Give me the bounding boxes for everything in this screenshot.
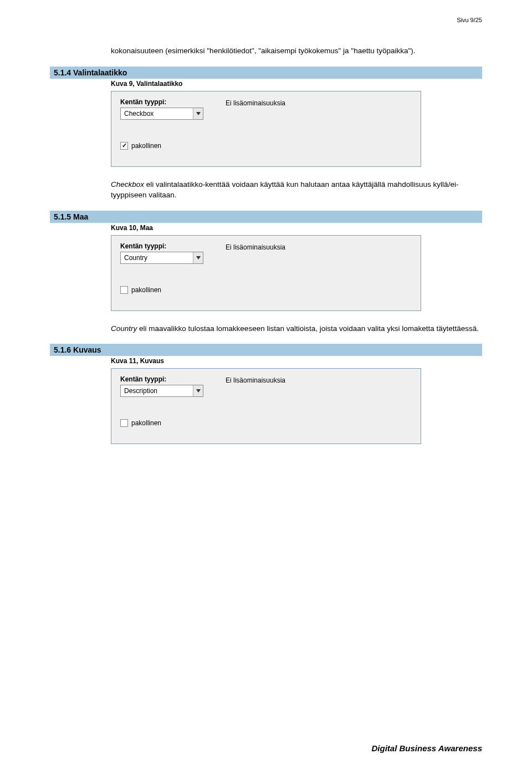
page-footer: Digital Business Awareness <box>371 743 482 753</box>
svg-marker-2 <box>196 389 201 393</box>
no-extras-label: Ei lisäominaisuuksia <box>226 242 285 251</box>
figure-caption-10: Kuva 10, Maa <box>111 224 482 232</box>
mandatory-checkbox[interactable] <box>120 286 128 294</box>
chevron-down-icon[interactable] <box>193 385 203 396</box>
section-heading-516: 5.1.6 Kuvaus <box>50 344 482 356</box>
fieldtype-select-value: Checkbox <box>124 110 154 118</box>
fieldtype-select-value: Country <box>124 254 147 262</box>
desc-515: Country eli maavalikko tulostaa lomakkee… <box>111 323 482 334</box>
section-heading-515: 5.1.5 Maa <box>50 211 482 223</box>
fieldtype-select-value: Description <box>124 387 157 395</box>
fieldtype-label: Kentän tyyppi: <box>120 98 203 106</box>
desc-515-rest: eli maavalikko tulostaa lomakkeeseen lis… <box>137 324 479 333</box>
fieldtype-label: Kentän tyyppi: <box>120 242 203 250</box>
mandatory-label: pakollinen <box>131 142 161 150</box>
desc-514-term: Checkbox <box>111 180 144 189</box>
screenshot-kuva-11: Kentän tyyppi: Description Ei lisäominai… <box>111 368 421 444</box>
screenshot-kuva-10: Kentän tyyppi: Country Ei lisäominaisuuk… <box>111 235 421 311</box>
figure-caption-9: Kuva 9, Valintalaatikko <box>111 80 482 88</box>
intro-paragraph: kokonaisuuteen (esimerkiksi "henkilötied… <box>111 45 482 57</box>
svg-marker-0 <box>196 112 201 115</box>
fieldtype-label: Kentän tyyppi: <box>120 375 203 383</box>
desc-514: Checkbox eli valintalaatikko-kenttää voi… <box>111 179 482 201</box>
screenshot-kuva-9: Kentän tyyppi: Checkbox Ei lisäominaisuu… <box>111 91 421 167</box>
fieldtype-select[interactable]: Description <box>120 385 203 397</box>
desc-515-term: Country <box>111 324 137 333</box>
mandatory-checkbox[interactable] <box>120 142 128 150</box>
fieldtype-select[interactable]: Country <box>120 252 203 264</box>
section-heading-514: 5.1.4 Valintalaatikko <box>50 67 482 79</box>
mandatory-checkbox[interactable] <box>120 419 128 427</box>
fieldtype-select[interactable]: Checkbox <box>120 108 203 120</box>
figure-caption-11: Kuva 11, Kuvaus <box>111 357 482 365</box>
desc-514-rest: eli valintalaatikko-kenttää voidaan käyt… <box>111 180 458 200</box>
mandatory-label: pakollinen <box>131 419 161 427</box>
chevron-down-icon[interactable] <box>193 252 203 263</box>
mandatory-label: pakollinen <box>131 286 161 294</box>
no-extras-label: Ei lisäominaisuuksia <box>226 375 285 384</box>
page-number: Sivu 9/25 <box>50 17 482 23</box>
svg-marker-1 <box>196 256 201 259</box>
chevron-down-icon[interactable] <box>193 108 203 119</box>
no-extras-label: Ei lisäominaisuuksia <box>226 98 285 107</box>
